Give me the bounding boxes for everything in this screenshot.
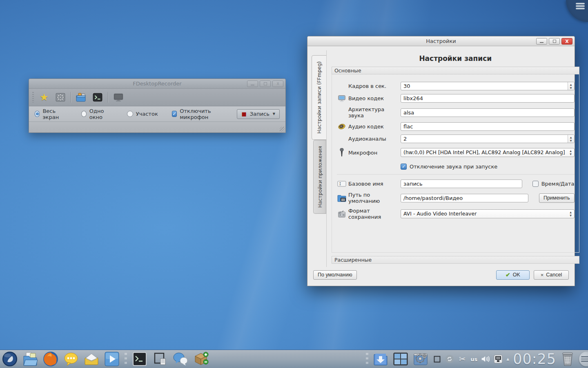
empty-icon-slot [337, 108, 347, 117]
keyboard-layout-indicator[interactable]: us [470, 356, 477, 362]
terminal-launcher-icon[interactable] [131, 351, 148, 367]
maximize-button[interactable] [549, 38, 560, 45]
base-name-input[interactable] [401, 180, 522, 188]
default-path-input[interactable] [401, 194, 528, 202]
dialog-button-row: По умолчанию ✔ OK × Cancel [307, 267, 575, 286]
radio-single-window[interactable]: Одно окно [81, 108, 113, 120]
field-label: Микрофон [348, 150, 401, 156]
audio-codec-input[interactable] [401, 122, 575, 131]
trash-icon[interactable] [560, 351, 575, 367]
media-player-icon[interactable] [104, 351, 120, 367]
fps-input[interactable] [401, 82, 575, 90]
minimize-button[interactable] [247, 81, 258, 87]
settings-titlebar[interactable]: Настройки X [307, 36, 575, 46]
open-folder-icon[interactable] [75, 92, 87, 103]
package-manager-icon[interactable] [193, 351, 209, 367]
panel-hide-button[interactable] [579, 352, 588, 366]
spinner-arrows[interactable]: ▲▼ [568, 135, 574, 143]
settings-tab-strip: Настройки записи (FFmpeg) Настройки прил… [312, 50, 326, 267]
tab-label: Настройки приложения [317, 146, 323, 208]
clipboard-page-icon[interactable] [152, 351, 168, 367]
panel-applet-handle[interactable] [365, 353, 369, 365]
panel-applet-handle[interactable] [124, 353, 127, 365]
sync-icon[interactable] [445, 355, 454, 364]
mail-icon[interactable] [83, 351, 100, 367]
messenger-bubbles-icon[interactable] [172, 351, 189, 367]
apply-button[interactable]: Применить [539, 193, 575, 203]
checkbox-box: ✓ [172, 111, 177, 117]
tab-application-settings[interactable]: Настройки приложения [313, 140, 326, 214]
tab-recording-settings[interactable]: Настройки записи (FFmpeg) [312, 55, 326, 140]
radio-full-screen[interactable]: Весь экран [35, 108, 67, 120]
minimize-button[interactable] [536, 38, 547, 45]
chat-bubble-icon[interactable] [63, 351, 79, 367]
screen-icon[interactable] [112, 92, 125, 103]
speaker-icon [337, 123, 347, 131]
close-button[interactable]: X [272, 81, 283, 87]
radio-label: Одно окно [89, 108, 113, 120]
checkbox-box [532, 181, 539, 187]
video-codec-input[interactable] [401, 94, 575, 103]
maximize-button[interactable] [260, 81, 271, 87]
toolbar-handle[interactable] [32, 92, 34, 103]
file-manager-icon[interactable] [22, 351, 38, 367]
sound-arch-input[interactable] [401, 108, 575, 117]
defaults-button[interactable]: По умолчанию [313, 270, 357, 280]
klipper-scissors-icon[interactable]: ✂ [458, 355, 467, 364]
app-launcher-button[interactable] [2, 351, 18, 367]
mute-microphone-checkbox[interactable]: ✓ Отключить микрофон [172, 108, 230, 120]
cancel-button[interactable]: × Cancel [534, 270, 569, 280]
fps-row: Кадров в сек. ▲▼ [337, 82, 575, 90]
field-label: Аудиоканалы [348, 136, 401, 142]
radio-dot [127, 111, 133, 117]
checkbox-label: Время/Дата [541, 181, 575, 187]
recorder-titlebar[interactable]: FDesktopRecorder X [29, 79, 285, 89]
show-desktop-icon[interactable] [432, 355, 441, 364]
empty-icon-slot [337, 82, 347, 90]
audio-channels-input[interactable] [401, 135, 575, 143]
ok-button[interactable]: ✔ OK [496, 270, 530, 280]
close-button[interactable]: X [561, 38, 572, 45]
check-icon: ✔ [506, 272, 510, 278]
desktop-pager-icon[interactable] [392, 351, 409, 367]
microphone-combobox[interactable]: (hw:0,0) PCH [HDA Intel PCH], ALC892 Ana… [401, 148, 575, 157]
mute-on-start-row: ✓ Отключение звука при запуске [337, 162, 575, 171]
audio-channels-row: Аудиоканалы ▲▼ [337, 135, 575, 143]
svg-text:I: I [339, 182, 341, 186]
datetime-checkbox[interactable]: Время/Дата [532, 181, 575, 187]
section-basic-header[interactable]: Основные [332, 67, 579, 74]
sound-arch-row: Архитектура звука [337, 106, 575, 119]
favorite-star-icon[interactable]: ★ [38, 92, 50, 103]
system-settings-gear-icon[interactable] [412, 351, 429, 367]
toolbar-separator [108, 92, 108, 103]
spinner-arrows[interactable]: ▲▼ [568, 82, 574, 90]
panel-clock[interactable]: 00:25 [513, 352, 556, 366]
combo-arrows[interactable]: ▲▼ [568, 148, 574, 157]
field-label: Формат сохранения [348, 208, 401, 220]
desktop-toolbox-button[interactable] [566, 0, 588, 22]
save-format-combobox[interactable]: AVI - Audio Video Interleaver [401, 209, 575, 218]
microphone-icon [337, 148, 347, 157]
terminal-icon[interactable] [91, 92, 104, 103]
record-button[interactable]: ■ Запись ▼ [237, 109, 280, 119]
mute-on-start-checkbox[interactable]: ✓ Отключение звука при запуске [401, 164, 497, 170]
field-label: Архитектура звука [348, 106, 401, 119]
firefox-icon[interactable] [42, 351, 59, 367]
tray-expand-arrow[interactable]: ▲ [506, 357, 509, 361]
settings-gear-icon[interactable] [54, 92, 67, 103]
audio-codec-row: Аудио кодек [337, 122, 575, 131]
resize-grip[interactable] [280, 127, 285, 132]
section-advanced-header[interactable]: Расширенные [332, 256, 579, 264]
toolbox-stack-icon [576, 3, 585, 11]
input-device-icon[interactable] [494, 355, 503, 364]
recorder-controls-row: Весь экран Одно окно Участок ✓ Отключить… [29, 106, 285, 122]
x-icon: × [541, 272, 544, 278]
radio-dot [35, 111, 40, 117]
volume-icon[interactable] [481, 355, 490, 364]
field-label: Кадров в сек. [348, 83, 401, 89]
combo-arrows[interactable]: ▲▼ [568, 210, 574, 218]
downloads-folder-icon[interactable] [372, 351, 389, 367]
field-label: Видео кодек [348, 95, 401, 101]
radio-dot [81, 111, 86, 117]
radio-region[interactable]: Участок [127, 111, 158, 117]
